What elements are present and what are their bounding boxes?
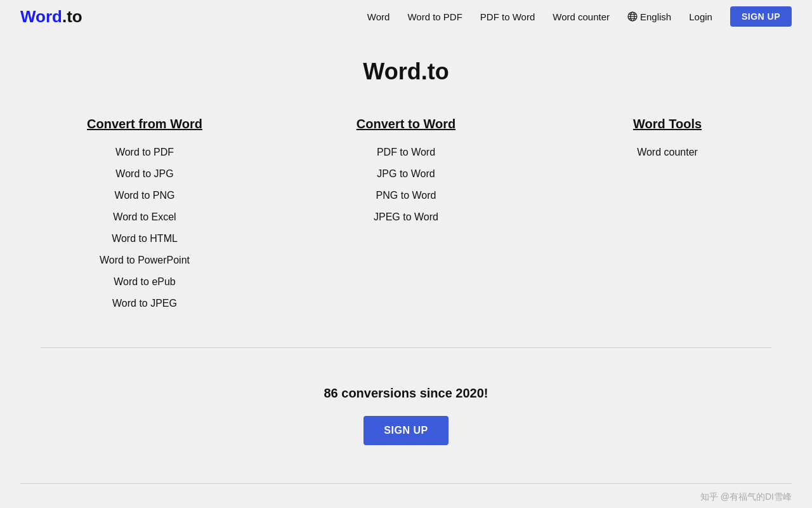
language-selector[interactable]: English xyxy=(627,11,671,22)
list-item: JPEG to Word xyxy=(374,211,438,223)
link-word-to-jpeg[interactable]: Word to JPEG xyxy=(112,298,177,309)
cta-signup-button[interactable]: SIGN UP xyxy=(363,416,448,445)
link-jpeg-to-word[interactable]: JPEG to Word xyxy=(374,211,438,222)
watermark: 知乎 @有福气的DI雪峰 xyxy=(0,484,812,508)
link-pdf-to-word[interactable]: PDF to Word xyxy=(377,147,435,157)
list-item: Word to JPG xyxy=(115,168,173,180)
link-word-counter[interactable]: Word counter xyxy=(637,147,698,157)
word-tools-links: Word counter xyxy=(637,147,698,158)
header-signup-button[interactable]: SIGN UP xyxy=(730,6,792,27)
list-item: JPG to Word xyxy=(377,168,435,180)
link-word-to-jpg[interactable]: Word to JPG xyxy=(115,168,173,179)
link-word-to-png[interactable]: Word to PNG xyxy=(115,190,175,201)
nav-word-to-pdf[interactable]: Word to PDF xyxy=(407,11,462,22)
language-label: English xyxy=(640,11,671,22)
column-word-tools: Word Tools Word counter xyxy=(543,117,792,309)
list-item: Word to JPEG xyxy=(112,298,177,309)
nav-word-counter[interactable]: Word counter xyxy=(553,11,610,22)
column-title-convert-from-word: Convert from Word xyxy=(87,117,202,131)
list-item: Word to ePub xyxy=(114,276,176,288)
list-item: Word counter xyxy=(637,147,698,158)
logo-dot: .to xyxy=(62,7,82,26)
logo-word: Word xyxy=(20,7,62,26)
list-item: PNG to Word xyxy=(376,190,436,201)
column-convert-from-word: Convert from Word Word to PDF Word to JP… xyxy=(20,117,269,309)
link-word-to-pdf[interactable]: Word to PDF xyxy=(115,147,174,157)
main-divider xyxy=(41,347,771,348)
column-title-word-tools: Word Tools xyxy=(633,117,702,131)
cta-section: 86 conversions since 2020! SIGN UP xyxy=(20,373,792,471)
nav-login[interactable]: Login xyxy=(689,11,712,22)
link-word-to-powerpoint[interactable]: Word to PowerPoint xyxy=(100,255,190,265)
globe-icon xyxy=(627,11,638,22)
link-word-to-epub[interactable]: Word to ePub xyxy=(114,276,176,287)
main-nav: Word Word to PDF PDF to Word Word counte… xyxy=(367,6,792,27)
cta-text: 86 conversions since 2020! xyxy=(20,386,792,401)
list-item: Word to Excel xyxy=(113,211,176,223)
convert-from-word-links: Word to PDF Word to JPG Word to PNG Word… xyxy=(100,147,190,309)
link-word-to-excel[interactable]: Word to Excel xyxy=(113,211,176,222)
list-item: Word to HTML xyxy=(112,233,178,244)
page-title: Word.to xyxy=(20,58,792,85)
logo[interactable]: Word.to xyxy=(20,7,82,27)
link-jpg-to-word[interactable]: JPG to Word xyxy=(377,168,435,179)
list-item: PDF to Word xyxy=(377,147,435,158)
nav-pdf-to-word[interactable]: PDF to Word xyxy=(480,11,535,22)
list-item: Word to PDF xyxy=(115,147,174,158)
columns-section: Convert from Word Word to PDF Word to JP… xyxy=(20,117,792,309)
convert-to-word-links: PDF to Word JPG to Word PNG to Word JPEG… xyxy=(374,147,438,223)
list-item: Word to PNG xyxy=(115,190,175,201)
column-convert-to-word: Convert to Word PDF to Word JPG to Word … xyxy=(282,117,530,309)
link-word-to-html[interactable]: Word to HTML xyxy=(112,233,178,244)
nav-word[interactable]: Word xyxy=(367,11,390,22)
link-png-to-word[interactable]: PNG to Word xyxy=(376,190,436,201)
list-item: Word to PowerPoint xyxy=(100,255,190,266)
column-title-convert-to-word: Convert to Word xyxy=(357,117,455,131)
